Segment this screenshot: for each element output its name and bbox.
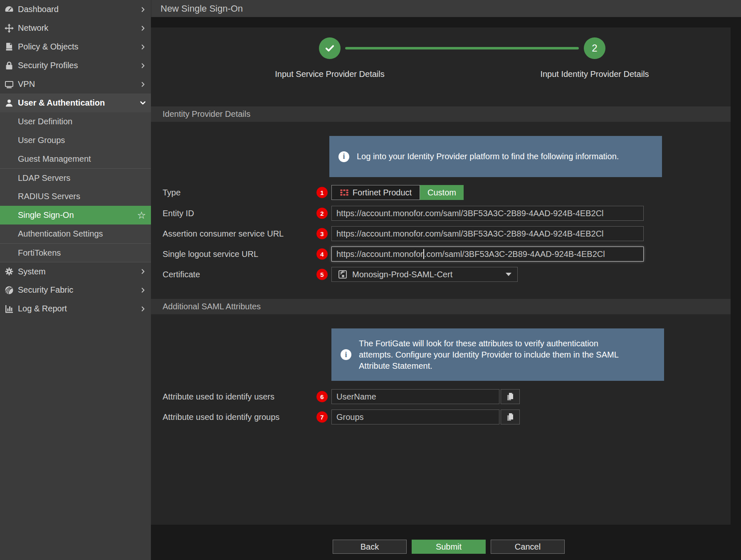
chevron-right-icon <box>140 81 146 87</box>
certificate-row: Certificate 5 Monosign-Prod-SAML-Cert <box>151 267 731 282</box>
acs-url-input[interactable] <box>331 226 644 241</box>
type-option-custom[interactable]: Custom <box>420 185 464 200</box>
attr-groups-input[interactable] <box>331 410 499 424</box>
sidebar-item-ldap-servers[interactable]: LDAP Servers <box>0 168 151 187</box>
sidebar-item-network[interactable]: Network <box>0 19 151 37</box>
main-content: New Single Sign-On 2 Input Service Provi… <box>151 0 741 560</box>
sidebar-item-security-fabric[interactable]: Security Fabric <box>0 281 151 299</box>
annotation-badge-2: 2 <box>316 208 328 219</box>
network-icon <box>3 23 15 33</box>
attr-users-row: Attribute used to identify users 6 <box>151 389 731 404</box>
attr-users-input[interactable] <box>331 389 499 404</box>
policy-objects-icon <box>3 42 15 52</box>
lock-icon <box>3 61 15 71</box>
sidebar-item-vpn[interactable]: VPN <box>0 75 151 94</box>
cancel-button[interactable]: Cancel <box>491 540 565 554</box>
chevron-right-icon <box>140 269 146 274</box>
dropdown-caret-icon <box>506 273 511 276</box>
wizard-step1-check-icon <box>319 37 341 59</box>
sidebar-item-label: User Groups <box>18 136 65 145</box>
slo-url-text: https://account.monofor <box>336 249 423 259</box>
sidebar-item-label: User Definition <box>18 117 72 126</box>
chevron-right-icon <box>140 63 146 69</box>
annotation-badge-6: 6 <box>316 391 328 402</box>
saml-info-box: i The FortiGate will look for these attr… <box>331 328 664 381</box>
wizard-step2-label: Input Identity Provider Details <box>511 69 678 79</box>
sidebar-item-label: Guest Management <box>18 154 91 164</box>
section-header-saml: Additional SAML Attributes <box>151 299 731 314</box>
sidebar-item-label: User & Authentication <box>18 98 140 108</box>
entity-id-row: Entity ID 2 <box>151 206 731 221</box>
sidebar-item-single-sign-on[interactable]: Single Sign-On ☆ <box>0 206 151 224</box>
sidebar-item-user-authentication[interactable]: User & Authentication <box>0 94 151 112</box>
sidebar-item-user-groups[interactable]: User Groups <box>0 131 151 150</box>
entity-id-label: Entity ID <box>163 209 194 218</box>
attr-users-label: Attribute used to identify users <box>163 392 274 402</box>
certificate-value: Monosign-Prod-SAML-Cert <box>352 270 452 279</box>
security-fabric-icon <box>3 285 15 295</box>
sso-wizard-panel: 2 Input Service Provider Details Input I… <box>151 27 731 525</box>
attr-groups-row: Attribute used to identify groups 7 <box>151 410 731 424</box>
info-icon: i <box>341 349 351 360</box>
type-option-fortinet-product[interactable]: Fortinet Product <box>331 185 420 200</box>
sidebar-item-authentication-settings[interactable]: Authentication Settings <box>0 224 151 243</box>
type-segmented-control: Fortinet Product Custom <box>331 185 464 200</box>
gear-icon <box>3 266 15 276</box>
monitor-icon <box>3 79 15 89</box>
copy-icon <box>505 392 515 402</box>
section-header-label: Additional SAML Attributes <box>163 302 261 311</box>
wizard-step2-circle: 2 <box>584 37 605 59</box>
sidebar-item-policy-objects[interactable]: Policy & Objects <box>0 37 151 56</box>
sidebar-item-radius-servers[interactable]: RADIUS Servers <box>0 187 151 206</box>
favorite-star-icon[interactable]: ☆ <box>137 210 146 220</box>
sidebar-item-dashboard[interactable]: Dashboard <box>0 0 151 19</box>
sidebar-item-label: Policy & Objects <box>18 42 140 52</box>
chevron-right-icon <box>140 306 146 312</box>
sidebar-item-system[interactable]: System <box>0 262 151 281</box>
fortinet-logo-icon <box>340 188 349 197</box>
page-title: New Single Sign-On <box>161 3 243 14</box>
sidebar-item-label: Dashboard <box>18 5 140 14</box>
sidebar-item-security-profiles[interactable]: Security Profiles <box>0 56 151 75</box>
acs-url-label: Assertion consumer service URL <box>163 229 284 239</box>
submit-button[interactable]: Submit <box>412 540 486 554</box>
annotation-badge-7: 7 <box>316 412 328 423</box>
sidebar-item-label: Security Fabric <box>18 285 140 295</box>
saml-info-text: The FortiGate will look for these attrib… <box>359 338 631 372</box>
sidebar-item-fortitokens[interactable]: FortiTokens <box>0 243 151 262</box>
attr-groups-label: Attribute used to identify groups <box>163 412 279 422</box>
chevron-right-icon <box>140 7 146 12</box>
chevron-down-icon <box>140 100 146 106</box>
fortigate-app: Dashboard Network Policy & Objects <box>0 0 741 560</box>
certificate-icon <box>338 269 348 279</box>
sidebar-item-label: Network <box>18 23 140 33</box>
sidebar-item-label: Single Sign-On <box>18 210 74 220</box>
sidebar-item-label: LDAP Servers <box>18 173 70 183</box>
acs-url-row: Assertion consumer service URL 3 <box>151 226 731 241</box>
type-option-label: Custom <box>427 188 456 197</box>
idp-info-text: Log into your Identity Provider platform… <box>357 151 619 162</box>
chevron-right-icon <box>140 287 146 293</box>
slo-url-input[interactable]: https://account.monofor.com/saml/3BF53A3… <box>331 247 644 261</box>
section-header-label: Identity Provider Details <box>163 109 250 119</box>
copy-attr-groups-button[interactable] <box>501 410 520 424</box>
annotation-badge-3: 3 <box>316 228 328 239</box>
annotation-badge-4: 4 <box>316 249 328 260</box>
sidebar-item-guest-management[interactable]: Guest Management <box>0 150 151 168</box>
page-title-bar: New Single Sign-On <box>151 0 741 17</box>
sidebar-item-user-definition[interactable]: User Definition <box>0 112 151 131</box>
sidebar-item-label: RADIUS Servers <box>18 192 80 201</box>
sidebar-item-log-report[interactable]: Log & Report <box>0 299 151 318</box>
certificate-dropdown[interactable]: Monosign-Prod-SAML-Cert <box>331 267 518 282</box>
certificate-label: Certificate <box>163 270 200 279</box>
type-label: Type <box>163 188 180 197</box>
back-button[interactable]: Back <box>333 540 407 554</box>
entity-id-input[interactable] <box>331 206 644 221</box>
annotation-badge-1: 1 <box>316 187 328 198</box>
sidebar-item-label: VPN <box>18 79 140 89</box>
sidebar: Dashboard Network Policy & Objects <box>0 0 151 560</box>
copy-attr-users-button[interactable] <box>501 389 520 404</box>
slo-url-row: Single logout service URL 4 https://acco… <box>151 247 731 261</box>
type-row: Type 1 Fortinet Product Custom <box>151 185 731 200</box>
wizard-connector <box>345 47 579 49</box>
